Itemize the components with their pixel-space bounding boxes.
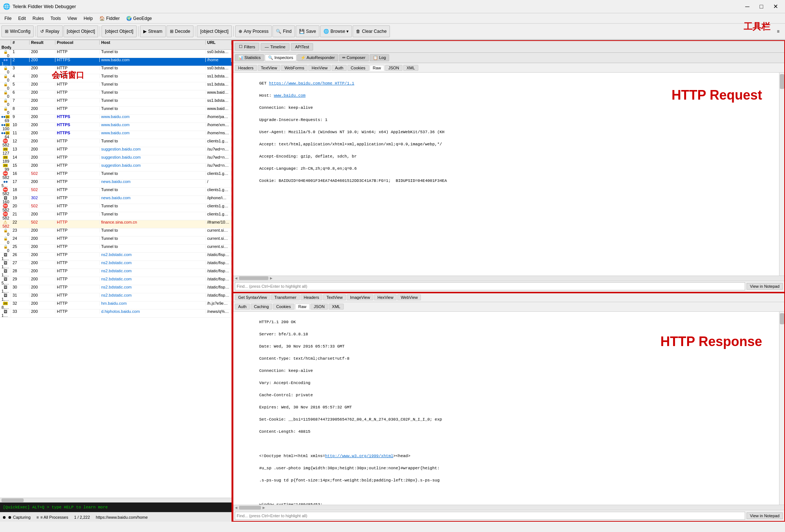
table-row[interactable]: 🔒 4 200 HTTP Tunnel to ss1.bdstatic.com:… [0,74,232,82]
resp-tab-auth[interactable]: Auth [235,304,250,310]
table-row[interactable]: 🔒 1 200 HTTP Tunnel to ss0.bdstatic.com:… [0,50,232,58]
winconfig-button[interactable]: ⊞ WinConfig [1,25,34,37]
response-scrollbar-thumb[interactable] [780,313,784,324]
tab-autoresponder[interactable]: ⚡ AutoResponder [297,54,338,61]
keep-sessions-button[interactable]: [object Object] [197,25,232,37]
req-tab-xml[interactable]: XML [403,65,418,71]
header-host[interactable]: Host [100,40,206,45]
table-row[interactable]: ⛔ 18 502 HTTP Tunnel to clients1.google.… [0,188,232,196]
table-row[interactable]: ⛔ 16 502 HTTP Tunnel to clients1.google.… [0,172,232,180]
table-row[interactable]: ◆◆js 9 200 HTTPS www.baidu.com /home/pag… [0,115,232,123]
save-button[interactable]: 💾 Save [296,25,319,37]
table-row[interactable]: ◆◆ 17 200 HTTP news.baidu.com / 57,243 [0,180,232,188]
menu-rules[interactable]: Rules [30,14,47,23]
table-row[interactable]: 🖼 19 302 HTTP news.baidu.com /iphone/img… [0,196,232,204]
resp-tab-webview[interactable]: WebView [397,294,421,300]
table-row[interactable]: 🔒 5 200 HTTP Tunnel to ss1.bdstatic.com:… [0,82,232,90]
tab-timeline[interactable]: — Timeline [261,43,289,51]
minimize-button[interactable]: ─ [741,1,754,12]
response-find-input[interactable] [235,512,745,520]
table-row[interactable]: ⚠ 22 502 HTTP finance.sina.com.cn /ifram… [0,220,232,228]
any-process-button[interactable]: ⊕ Any Process [235,25,272,37]
resp-tab-transformer[interactable]: Transformer [271,294,300,300]
table-row[interactable]: ◆◆js 10 200 HTTPS www.baidu.com /home/xm… [0,123,232,131]
table-row[interactable]: 🖼 33 200 HTTP d.hiphotos.baidu.com /news… [0,310,232,318]
req-tab-textview[interactable]: TextView [258,65,281,71]
maximize-button[interactable]: □ [755,1,768,12]
table-row[interactable]: JS 14 200 HTTP suggestion.baidu.com /su?… [0,155,232,163]
tab-apitest[interactable]: APITest [291,43,313,51]
tab-inspectors[interactable]: 🔍 Inspectors [265,54,296,61]
table-row[interactable]: 🖼 29 200 HTTP ns2.bdstatic.com /static/f… [0,277,232,285]
resp-tab-cookies[interactable]: Cookies [273,304,294,310]
request-scrollbar-thumb[interactable] [780,74,784,89]
tab-composer[interactable]: ✏ Composer [339,54,369,61]
menu-tools[interactable]: Tools [48,14,64,23]
request-host-link[interactable]: www.baidu.com [274,93,306,98]
resp-tab-raw[interactable]: Raw [295,304,310,310]
table-row[interactable]: ⛔ 21 200 HTTP Tunnel to clients1.google.… [0,212,232,220]
stream-button[interactable]: ▶ Stream [140,25,166,37]
table-row[interactable]: 🔒 25 200 HTTP Tunnel to current.sina.com… [0,245,232,253]
table-row[interactable]: JS 32 200 HTTP hm.baidu.com /h.js?e9e114… [0,301,232,310]
table-row[interactable]: 🖼 30 200 HTTP ns2.bdstatic.com /static/f… [0,285,232,293]
close-button[interactable]: ✕ [769,1,782,12]
menu-fiddler[interactable]: 🏠 Fiddler [96,14,123,23]
table-row[interactable]: JS 13 200 HTTP suggestion.baidu.com /su?… [0,147,232,155]
table-row[interactable]: 🔒 23 200 HTTP Tunnel to current.sina.com… [0,228,232,236]
req-tab-hexview[interactable]: HexView [308,65,331,71]
menu-edit[interactable]: Edit [15,14,29,23]
resp-tab-json[interactable]: JSON [311,304,328,310]
response-hscrollbar[interactable]: ◀ ▶ [233,505,784,510]
table-row[interactable]: 🖼 31 200 HTTP ns2.bdstatic.com /static/f… [0,293,232,301]
table-row[interactable]: 🖼 27 200 HTTP ns2.bdstatic.com /static/f… [0,261,232,269]
request-find-input[interactable] [235,282,745,290]
request-url-link[interactable]: https://www.baidu.com/home HTTP/1.1 [269,81,354,86]
resp-tab-headers[interactable]: Headers [301,294,323,300]
replay-dropdown-button[interactable]: [object Object] [64,25,99,37]
replay-button[interactable]: ↺ Replay [37,25,62,37]
table-row[interactable]: ◆◆js 11 200 HTTPS www.baidu.com /home/ms… [0,131,232,139]
response-vscrollbar[interactable] [779,312,784,505]
header-result[interactable]: Result [30,40,55,45]
response-hscroll-thumb[interactable] [239,506,261,509]
resp-tab-imageview[interactable]: ImageView [347,294,373,300]
tab-log[interactable]: 📋 Log [370,54,389,61]
resp-tab-caching[interactable]: Caching [251,304,272,310]
response-xmlns-link[interactable]: http://www.w3.org/1999/xhtml [325,454,393,458]
table-row[interactable]: JS 15 200 HTTP suggestion.baidu.com /su?… [0,163,232,172]
table-row[interactable]: 🔒 24 200 HTTP Tunnel to current.sina.com… [0,236,232,245]
table-row[interactable]: 🔒 7 200 HTTP Tunnel to ss1.bdstatic.com:… [0,99,232,107]
decode-button[interactable]: ⊞ Decode [167,25,193,37]
req-tab-cookies[interactable]: Cookies [347,65,369,71]
response-view-notepad-button[interactable]: View in Notepad [747,512,783,519]
menu-view[interactable]: View [65,14,80,23]
clear-cache-button[interactable]: 🗑 Clear Cache [353,25,390,37]
menu-file[interactable]: File [1,14,14,23]
req-tab-headers[interactable]: Headers [235,65,257,71]
request-hscrollbar[interactable]: ◀ ▶ [233,276,784,281]
table-row[interactable]: ⛔ 20 502 HTTP Tunnel to clients1.google.… [0,204,232,212]
menu-help[interactable]: Help [81,14,96,23]
browse-button[interactable]: 🌐 Browse ▾ [320,25,352,37]
find-button[interactable]: 🔍 Find [272,25,295,37]
table-row[interactable]: 🖼 26 200 HTTP ns2.bdstatic.com /static/f… [0,253,232,261]
request-hscroll-thumb[interactable] [239,276,268,280]
table-row[interactable]: 🔒 8 200 HTTP Tunnel to www.baidu.com:443… [0,107,232,115]
resp-tab-syntaxview[interactable]: Get SyntaxView [235,294,270,300]
header-protocol[interactable]: Protocol [55,40,100,45]
request-view-notepad-button[interactable]: View in Notepad [747,283,783,290]
table-row[interactable]: ◆◆ 2 200 HTTPS www.baidu.com /home 16,62… [0,58,232,66]
tab-filters[interactable]: ☐ Filters [235,43,259,51]
horizontal-scrollbar[interactable] [0,498,232,503]
resp-tab-hexview[interactable]: HexView [374,294,397,300]
resp-tab-textview[interactable]: TextView [323,294,346,300]
header-url[interactable]: URL [206,40,232,45]
scrollbar-thumb[interactable] [1,498,24,502]
req-tab-raw[interactable]: Raw [370,65,384,71]
request-vscrollbar[interactable] [779,73,784,276]
table-row[interactable]: 🔒 6 200 HTTP Tunnel to www.baidu.com:443… [0,90,232,99]
go-button[interactable]: [object Object] [102,25,137,37]
resp-tab-xml[interactable]: XML [329,304,344,310]
req-tab-auth[interactable]: Auth [332,65,347,71]
